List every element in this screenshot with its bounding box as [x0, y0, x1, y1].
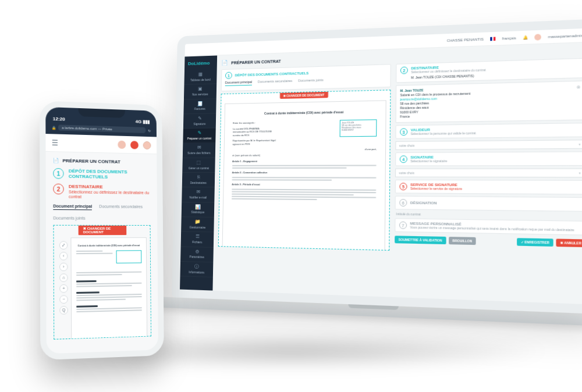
step-1-badge: 1	[53, 168, 64, 179]
notification-icon[interactable]: 🔔	[523, 35, 527, 40]
right-column: 2 DESTINATAIRE Sélectionnez ou définisse…	[395, 58, 582, 255]
mail-icon: ✉	[185, 145, 213, 151]
step-2-badge: 2	[53, 184, 64, 195]
pdf-toolbar: ⤢ ‹ › ⌂ + − Q	[59, 241, 68, 314]
step-7: 7 MESSAGE PERSONNALISÉ Vous pouvez écrir…	[395, 218, 582, 235]
phone-mockup: 12:20 4G ▮▮▮ 🔒 a larbre.dolidemo.com — P…	[40, 101, 164, 360]
language-label[interactable]: français	[502, 36, 516, 40]
gear-icon: ⚙	[183, 249, 211, 255]
tab-attachments[interactable]: Documents joints	[53, 216, 150, 220]
laptop-mockup: CHASSE PENANTIS français 🔔 massepartenad…	[172, 19, 582, 326]
step-3: 3 VALIDEUR Sélectionnez la personne qui …	[395, 123, 582, 139]
step-4-badge: 4	[400, 155, 407, 163]
draft-button[interactable]: BROUILLON	[449, 237, 476, 245]
org-label: CHASSE PENANTIS	[447, 37, 484, 42]
step-2-badge: 2	[400, 66, 408, 74]
user-name[interactable]: massepartenadmin	[548, 33, 582, 38]
validator-select[interactable]: votre choix	[395, 140, 582, 150]
step-7-badge: 7	[399, 222, 407, 229]
tab-attachments[interactable]: Documents joints	[298, 78, 323, 84]
invoice-icon: 🧾	[186, 101, 214, 107]
lock-icon: 🔒	[52, 125, 56, 129]
tab-secondary-docs[interactable]: Documents secondaires	[258, 79, 292, 85]
envelope-icon: ✉	[184, 190, 212, 195]
home-icon[interactable]: ⌂	[59, 273, 68, 282]
next-page-icon[interactable]: ›	[59, 262, 68, 271]
cancel-button[interactable]: ✖ ANNULER	[556, 239, 582, 248]
signature-placeholder[interactable]: Jean TOUZE 58 rue des perchées Résidence…	[340, 119, 377, 137]
main-area: 📄 PRÉPARER UN CONTRAT 1 DÉPÔT DES DOCUME…	[212, 42, 582, 305]
alert-dot-icon[interactable]	[130, 141, 139, 149]
sidebar-item-stats[interactable]: 📊Statistique	[182, 202, 215, 218]
submit-button[interactable]: SOUMETTRE À VALIDATION	[395, 236, 446, 244]
sidebar-item-invoices[interactable]: 🧾Factures	[183, 99, 216, 114]
step-6-title: DÉSIGNATION	[410, 201, 437, 205]
document-preview: Contrat à durée indéterminée (CDI) avec …	[222, 100, 386, 251]
signature-placeholder[interactable]	[116, 250, 142, 263]
tab-main-doc[interactable]: Document principal	[225, 80, 252, 86]
sidebar-item-services[interactable]: ▣Nos services	[184, 84, 217, 100]
sidebar-item-manage[interactable]: ⬚Gérer un contrat	[182, 158, 215, 173]
flag-icon	[490, 37, 495, 41]
tab-main-doc[interactable]: Document principal	[53, 204, 92, 210]
sidebar-item-prepare[interactable]: ✎Préparer un contrat	[183, 129, 215, 144]
document-dropzone[interactable]: ✖ CHANGER DE DOCUMENT Contrat à durée in…	[218, 90, 391, 251]
sidebar-item-files[interactable]: ☰Fichiers	[181, 232, 214, 248]
close-icon[interactable]: ⊗	[576, 84, 580, 90]
change-document-button[interactable]: ✖ CHANGER DE DOCUMENT	[279, 92, 328, 99]
box-icon: ⬚	[184, 161, 212, 166]
avatar[interactable]	[143, 141, 151, 149]
folder-icon: 📁	[183, 219, 212, 225]
sidebar-item-settings[interactable]: ⚙Paramètres	[180, 247, 214, 262]
step-1-title: DÉPÔT DES DOCUMENTS CONTRACTUELS	[69, 168, 150, 180]
step-1-title: DÉPÔT DES DOCUMENTS CONTRACTUELS	[235, 72, 309, 77]
step-5: 5 SERVICE DE SIGNATURE Sélectionnez le s…	[395, 180, 582, 195]
brand-logo[interactable]: DoLidémo	[184, 55, 217, 70]
sidebar-item-track[interactable]: ✉Suivre des fichiers	[183, 143, 215, 158]
page-title: 📄 PRÉPARER UN CONTRAT	[53, 158, 150, 165]
zoom-in-icon[interactable]: +	[59, 284, 68, 293]
laptop-screen: CHASSE PENANTIS français 🔔 massepartenad…	[172, 19, 582, 314]
step-1: 1 DÉPÔT DES DOCUMENTS CONTRACTUELS Docum…	[221, 64, 391, 91]
tab-secondary-docs[interactable]: Documents secondaires	[99, 204, 143, 211]
step-2: 2 DESTINATAIRE Sélectionnez ou définisse…	[53, 184, 150, 200]
sidebar-item-recipients[interactable]: ⎘Destinataires	[182, 173, 215, 188]
chart-icon: 📊	[184, 205, 212, 210]
sidebar-item-signature[interactable]: ✎Signature	[183, 113, 216, 129]
sidebar-item-notify[interactable]: ✉Notifier e-mail	[182, 187, 215, 202]
info-icon: ⓘ	[183, 264, 211, 270]
dashboard-icon: ▦	[187, 72, 215, 77]
phone-app-topbar: ☰	[45, 134, 157, 154]
left-column: 1 DÉPÔT DES DOCUMENTS CONTRACTUELS Docum…	[218, 64, 391, 251]
document-preview: Contrat à durée indéterminée (CDI) avec …	[70, 237, 147, 340]
search-icon[interactable]: Q	[59, 306, 68, 315]
step-2: 2 DESTINATAIRE Sélectionnez ou définisse…	[396, 58, 582, 83]
avatar[interactable]	[534, 34, 541, 40]
phone-notch	[79, 108, 125, 118]
signatory-select[interactable]: votre choix	[395, 169, 582, 178]
notif-dot-icon[interactable]	[118, 140, 126, 148]
change-document-button[interactable]: ✖ CHANGER DE DOCUMENT	[79, 224, 127, 234]
hamburger-icon[interactable]: ☰	[52, 138, 58, 147]
sidebar-item-info[interactable]: ⓘInformations	[180, 262, 214, 277]
url-text: a larbre.dolidemo.com — Privée	[58, 124, 146, 133]
step-4: 4 SIGNATAIRE Sélectionnez le signataire	[395, 151, 582, 166]
document-icon: 📄	[53, 158, 59, 163]
document-icon: 📄	[222, 60, 228, 66]
step-1-badge: 1	[225, 72, 232, 79]
copy-icon: ⎘	[184, 175, 212, 180]
sidebar-item-dashboard[interactable]: ▦Tableau de bord	[184, 69, 217, 85]
step-6-badge: 6	[399, 199, 407, 206]
sidebar-item-filemgr[interactable]: 📁Gestionnaire	[181, 217, 214, 233]
network-label: 4G ▮▮▮	[136, 119, 150, 124]
zoom-out-icon[interactable]: −	[59, 295, 68, 304]
pen-icon: ✎	[186, 116, 214, 122]
step-6: 6 DÉSIGNATION	[395, 196, 582, 212]
reload-icon[interactable]: ↻	[148, 129, 151, 133]
step-3-badge: 3	[400, 128, 407, 136]
document-dropzone[interactable]: ✖ CHANGER DE DOCUMENT ⤢ ‹ › ⌂ + − Q Cont…	[53, 224, 151, 339]
fullscreen-icon[interactable]: ⤢	[59, 241, 68, 250]
recipient-card: ⊗ M. Jean TOUZE Salarié en CDI dans le p…	[396, 81, 582, 123]
prev-page-icon[interactable]: ‹	[59, 252, 68, 261]
save-button[interactable]: ✓ ENREGISTRER	[517, 238, 553, 247]
